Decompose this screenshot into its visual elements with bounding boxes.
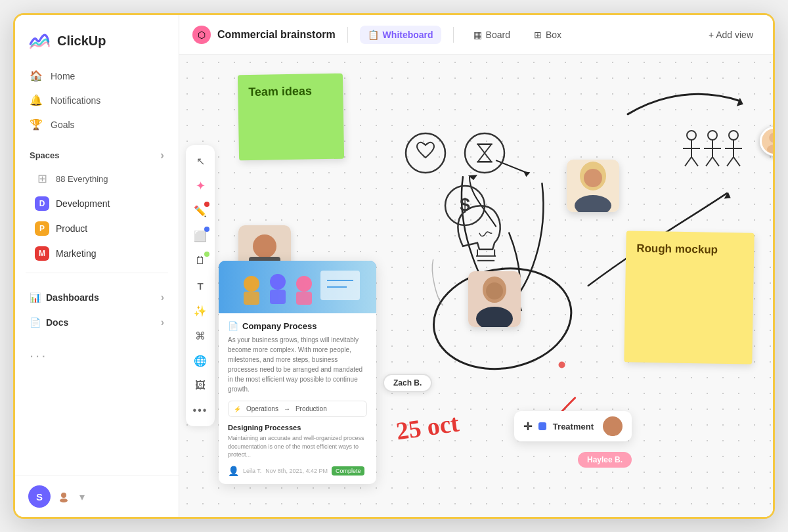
grid-icon: ⊞ [35, 171, 49, 186]
svg-line-33 [727, 157, 733, 166]
svg-point-51 [486, 282, 503, 299]
docs-expand-icon: › [161, 317, 164, 328]
sticky-note-team-ideas: Team ideas [238, 74, 344, 161]
project-icon-symbol: ⬡ [198, 30, 206, 40]
sidebar-bottom: 📊 Dashboards › 📄 Docs › [15, 280, 179, 340]
doc-footer-name: Leila T. [243, 468, 261, 474]
whiteboard-canvas[interactable]: ↖ ✦ ✏️ ⬜ 🗒 T [179, 55, 773, 517]
person-photo-woman-blonde [567, 160, 619, 212]
app-name: ClickUp [57, 33, 106, 49]
svg-point-59 [296, 276, 312, 292]
project-icon: ⬡ [192, 26, 211, 44]
tab-board[interactable]: ▦ Board [466, 26, 518, 44]
svg-point-1 [60, 499, 68, 502]
doc-footer: 👤 Leila T. Nov 8th, 2021, 4:42 PM Comple… [228, 466, 367, 476]
tool-sparkle[interactable]: ✨ [190, 300, 211, 321]
doc-icon: 📄 [228, 321, 238, 331]
space-everything[interactable]: ⊞ 88 Everything [20, 166, 173, 191]
nav-goals[interactable]: 🏆 Goals [22, 112, 172, 137]
svg-point-0 [61, 493, 66, 498]
space-marketing-label: Marketing [56, 248, 96, 259]
space-marketing[interactable]: M Marketing [20, 241, 173, 266]
space-product-label: Product [56, 223, 87, 234]
text-icon: T [197, 280, 203, 292]
user-photo-avatar [57, 490, 70, 503]
nav-docs[interactable]: 📄 Docs › [27, 310, 167, 335]
app-container: ClickUp 🏠 Home 🔔 Notifications 🏆 Goals S… [13, 13, 775, 519]
cursor-icon: ↖ [196, 155, 205, 167]
svg-line-29 [712, 157, 719, 166]
sticky-green-text: Team ideas [248, 84, 312, 99]
tool-nodes[interactable]: ⌘ [190, 325, 211, 346]
logo-area: ClickUp [15, 15, 179, 64]
board-tab-icon: ▦ [473, 30, 482, 40]
woman-blonde-svg [567, 160, 619, 212]
sticky-yellow-text: Rough mockup [636, 242, 718, 257]
whiteboard-tab-icon: 📋 [368, 30, 379, 40]
nav-home[interactable]: 🏠 Home [22, 64, 172, 88]
tool-pen[interactable]: ✏️ [190, 200, 211, 221]
svg-point-42 [253, 234, 276, 258]
doc-section2-title: Designing Processes [228, 424, 367, 432]
add-view-button[interactable]: + Add view [702, 26, 760, 43]
tool-text[interactable]: T [190, 275, 211, 296]
svg-rect-37 [477, 143, 492, 145]
treatment-task-card[interactable]: ✛ Treatment [514, 411, 632, 441]
canvas-toolbar: ↖ ✦ ✏️ ⬜ 🗒 T [186, 145, 215, 426]
user-dropdown-icon[interactable]: ▾ [79, 491, 85, 503]
clickup-logo-icon [28, 30, 51, 52]
svg-point-11 [559, 362, 565, 368]
tool-add[interactable]: ✦ [190, 175, 211, 196]
trophy-icon: 🏆 [30, 118, 43, 131]
nodes-icon: ⌘ [195, 330, 206, 342]
user-profile[interactable]: S ▾ [15, 476, 179, 517]
dollar-circle: $ [442, 183, 488, 231]
doc-footer-avatar: 👤 [228, 466, 239, 476]
spaces-label: Spaces [30, 150, 60, 160]
space-development-dot: D [35, 196, 49, 211]
globe-icon: 🌐 [194, 355, 207, 367]
svg-text:$: $ [460, 194, 470, 215]
topbar-divider [347, 27, 348, 43]
nav-dashboards[interactable]: 📊 Dashboards › [27, 285, 167, 310]
svg-marker-8 [523, 171, 530, 177]
tool-image[interactable]: 🖼 [190, 375, 211, 396]
svg-point-47 [584, 169, 602, 187]
more-dots-icon[interactable]: ... [30, 344, 47, 361]
dashboards-label: Dashboards [46, 292, 99, 303]
sticky-note-rough-mockup: Rough mockup [624, 231, 754, 364]
task-assignee-avatar [603, 416, 623, 436]
doc-status-badge: Complete [332, 466, 365, 476]
tool-note[interactable]: 🗒 [190, 250, 211, 271]
svg-point-25 [708, 131, 717, 140]
main-area: ⬡ Commercial brainstorm 📋 Whiteboard ▦ B… [179, 15, 773, 517]
space-marketing-dot: M [35, 246, 49, 261]
svg-line-23 [685, 157, 691, 166]
doc-description: As your business grows, things will inev… [228, 335, 367, 394]
tool-cursor[interactable]: ↖ [190, 150, 211, 171]
box-tab-icon: ⊞ [534, 30, 542, 40]
spaces-collapse-icon[interactable]: › [160, 148, 164, 162]
nav-list: 🏠 Home 🔔 Notifications 🏆 Goals [15, 64, 179, 137]
user-avatar: S [28, 485, 51, 508]
svg-point-19 [767, 144, 773, 154]
woman-center-svg [468, 271, 521, 327]
nav-notifications[interactable]: 🔔 Notifications [22, 88, 172, 112]
space-development[interactable]: D Development [20, 191, 173, 216]
home-icon: 🏠 [30, 70, 43, 82]
sidebar-more[interactable]: ... [15, 340, 179, 368]
more-icon: ••• [193, 405, 208, 416]
tool-rect[interactable]: ⬜ [190, 225, 211, 246]
sidebar: ClickUp 🏠 Home 🔔 Notifications 🏆 Goals S… [15, 15, 179, 517]
doc-header-illustration [219, 261, 376, 313]
note-dot [204, 252, 209, 257]
space-product[interactable]: P Product [20, 216, 173, 241]
tab-box[interactable]: ⊞ Box [526, 26, 569, 44]
image-icon: 🖼 [195, 380, 206, 391]
tool-more[interactable]: ••• [190, 400, 211, 421]
topbar: ⬡ Commercial brainstorm 📋 Whiteboard ▦ B… [179, 15, 773, 55]
tool-globe[interactable]: 🌐 [190, 350, 211, 371]
tab-whiteboard[interactable]: 📋 Whiteboard [360, 26, 441, 44]
pen-dot [204, 202, 209, 207]
move-cursor-icon: ✛ [523, 420, 532, 433]
